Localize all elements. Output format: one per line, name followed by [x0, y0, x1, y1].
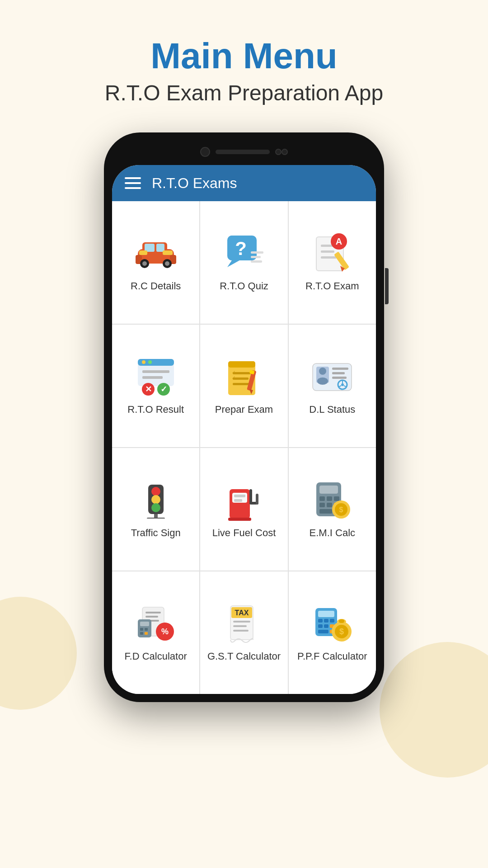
phone-camera: [200, 147, 210, 157]
notepad-icon: ✓ ✓: [224, 357, 264, 397]
svg-rect-15: [251, 251, 263, 254]
svg-rect-16: [251, 256, 261, 258]
ppf-icon: $: [312, 604, 352, 644]
gst-icon: TAX: [224, 604, 264, 644]
svg-rect-117: [339, 619, 344, 623]
menu-label-traffic-sign: Traffic Sign: [131, 527, 181, 539]
menu-label-prepar-exam: Prepar Exam: [215, 404, 273, 415]
svg-text:✓: ✓: [232, 370, 235, 375]
menu-item-fd-calc[interactable]: % F.D Calculator: [112, 571, 199, 694]
menu-item-dl-status[interactable]: D.L Status: [289, 325, 376, 447]
exam-icon: A: [312, 233, 352, 274]
hamburger-line-3: [125, 187, 141, 189]
svg-text:%: %: [161, 627, 169, 636]
main-title: Main Menu: [105, 36, 383, 76]
svg-rect-21: [321, 256, 337, 259]
svg-rect-106: [324, 619, 328, 623]
svg-text:A: A: [336, 236, 342, 246]
side-button: [385, 268, 389, 304]
svg-rect-10: [163, 250, 173, 255]
svg-point-48: [319, 368, 326, 375]
svg-point-61: [151, 503, 160, 512]
emi-icon: $: [312, 480, 352, 521]
svg-rect-68: [249, 489, 252, 503]
svg-rect-50: [332, 368, 348, 370]
traffic-icon: [136, 480, 176, 521]
bg-decoration-1: [380, 642, 488, 778]
header-section: Main Menu R.T.O Exam Preparation App: [105, 36, 383, 105]
svg-rect-108: [318, 624, 323, 628]
svg-marker-13: [227, 260, 239, 267]
svg-rect-70: [256, 494, 258, 505]
svg-rect-80: [319, 509, 332, 514]
menu-item-rto-result[interactable]: ✕ ✓ R.T.O Result: [112, 325, 199, 447]
menu-item-rc-details[interactable]: R.C Details: [112, 201, 199, 324]
svg-rect-75: [327, 496, 332, 501]
svg-rect-104: [318, 611, 334, 617]
dl-icon: [312, 357, 352, 397]
svg-point-9: [165, 261, 169, 266]
menu-item-ppf-calc[interactable]: $ P.P.F Calculator: [289, 571, 376, 694]
svg-rect-100: [233, 621, 250, 623]
menu-item-live-fuel[interactable]: Live Fuel Cost: [200, 448, 287, 571]
menu-label-rc-details: R.C Details: [131, 280, 181, 292]
svg-text:$: $: [339, 506, 343, 514]
quiz-icon: ?: [224, 233, 264, 274]
menu-item-rto-quiz[interactable]: ? R.T.O Quiz: [200, 201, 287, 324]
svg-rect-109: [324, 624, 328, 628]
svg-point-7: [142, 261, 147, 266]
svg-rect-40: [233, 383, 250, 385]
menu-label-ppf-calc: P.P.F Calculator: [297, 651, 367, 662]
phone-speaker: [216, 150, 270, 154]
menu-item-emi-calc[interactable]: $ E.M.I Calc: [289, 448, 376, 571]
svg-rect-77: [319, 503, 325, 507]
svg-rect-30: [142, 370, 169, 373]
svg-point-59: [151, 487, 160, 496]
app-bar: R.T.O Exams: [112, 165, 376, 201]
svg-rect-105: [318, 619, 323, 623]
menu-item-traffic-sign[interactable]: Traffic Sign: [112, 448, 199, 571]
svg-rect-91: [140, 628, 143, 631]
menu-label-rto-exam: R.T.O Exam: [305, 280, 359, 292]
hamburger-line-1: [125, 177, 141, 179]
svg-rect-11: [139, 250, 147, 255]
svg-rect-3: [156, 244, 164, 252]
svg-point-49: [317, 377, 328, 385]
svg-rect-74: [319, 496, 325, 501]
svg-rect-86: [145, 612, 161, 613]
svg-rect-102: [233, 630, 249, 632]
menu-item-gst-calc[interactable]: TAX G.S.T Calculator: [200, 571, 287, 694]
svg-rect-94: [145, 632, 148, 635]
svg-point-28: [142, 360, 145, 364]
menu-item-rto-exam[interactable]: A R.T.O Exam: [289, 201, 376, 324]
svg-text:✓: ✓: [232, 375, 235, 380]
svg-point-54: [341, 383, 344, 386]
phone-dot2: [282, 149, 288, 155]
svg-rect-87: [145, 616, 158, 618]
menu-item-prepar-exam[interactable]: ✓ ✓ Prepar Exam: [200, 325, 287, 447]
menu-label-live-fuel: Live Fuel Cost: [212, 527, 276, 539]
svg-text:✓: ✓: [160, 385, 167, 394]
svg-rect-101: [233, 625, 247, 627]
phone-dot1: [275, 149, 282, 155]
menu-label-rto-result: R.T.O Result: [127, 404, 184, 415]
svg-rect-51: [332, 372, 345, 374]
svg-text:$: $: [339, 627, 344, 636]
svg-rect-31: [142, 376, 163, 379]
svg-rect-63: [147, 518, 165, 519]
sub-title: R.T.O Exam Preparation App: [105, 80, 383, 105]
hamburger-menu[interactable]: [125, 177, 141, 189]
svg-point-29: [148, 360, 152, 364]
svg-text:TAX: TAX: [235, 609, 249, 617]
svg-rect-37: [228, 361, 255, 368]
phone-mockup: R.T.O Exams: [104, 132, 384, 702]
svg-rect-17: [251, 260, 262, 263]
phone-top-bar: [112, 141, 376, 163]
fuel-icon: [224, 480, 264, 521]
svg-rect-71: [228, 518, 251, 521]
phone-screen: R.T.O Exams: [112, 165, 376, 694]
hamburger-line-2: [125, 182, 141, 184]
svg-rect-93: [140, 632, 143, 635]
svg-rect-78: [327, 503, 332, 507]
app-bar-title: R.T.O Exams: [152, 175, 237, 192]
